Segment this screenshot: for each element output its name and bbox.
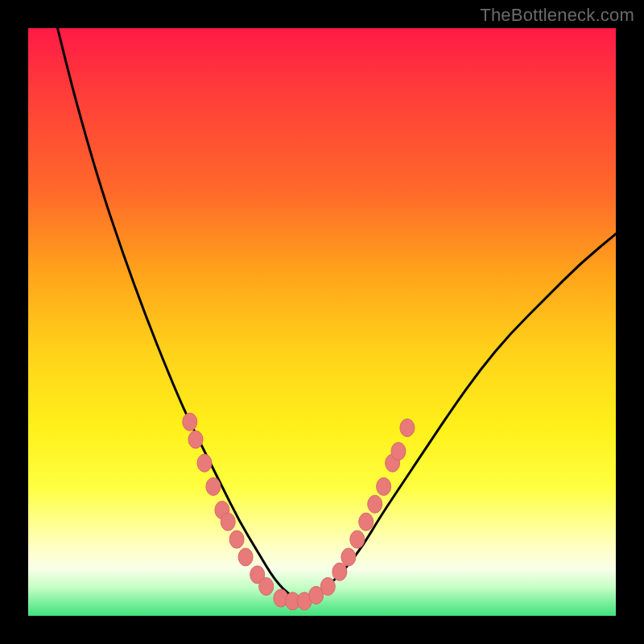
marker-point xyxy=(400,419,415,436)
marker-point xyxy=(221,513,235,530)
marker-point xyxy=(368,495,382,513)
plot-area xyxy=(28,28,616,616)
marker-point xyxy=(359,513,374,530)
watermark-text: TheBottleneck.com xyxy=(480,5,634,26)
marker-point xyxy=(229,530,244,548)
marker-point xyxy=(350,530,365,548)
highlight-markers xyxy=(183,413,415,610)
chart-stage: TheBottleneck.com xyxy=(0,0,644,644)
marker-point xyxy=(341,548,356,566)
marker-point xyxy=(206,477,221,495)
marker-point xyxy=(188,431,203,448)
marker-point xyxy=(183,413,197,431)
marker-point xyxy=(332,563,347,580)
chart-svg xyxy=(28,28,616,616)
marker-point xyxy=(320,578,335,596)
marker-point xyxy=(238,548,253,566)
marker-point xyxy=(377,477,391,495)
bottleneck-curve xyxy=(58,28,617,598)
marker-point xyxy=(391,443,406,460)
marker-point xyxy=(259,578,274,596)
marker-point xyxy=(197,454,212,472)
